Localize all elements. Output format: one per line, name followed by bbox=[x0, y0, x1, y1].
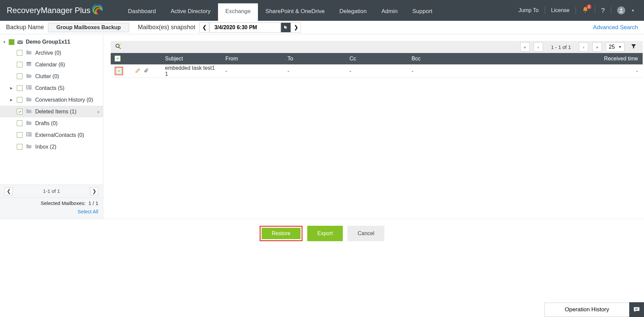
chevron-right-icon: ❯ bbox=[92, 188, 97, 194]
expand-icon[interactable]: ▶ bbox=[10, 98, 13, 102]
page-size-value: 25 bbox=[609, 44, 615, 50]
svg-point-7 bbox=[27, 86, 29, 88]
folder-checkbox[interactable] bbox=[17, 132, 22, 138]
svg-rect-5 bbox=[30, 62, 30, 63]
tab-dashboard[interactable]: Dashboard bbox=[120, 3, 163, 21]
folder-row[interactable]: Clutter (0) bbox=[0, 70, 103, 82]
folder-row[interactable]: ▶Contacts (5) bbox=[0, 82, 103, 94]
page-size-select[interactable]: 25▼ bbox=[606, 42, 625, 52]
row-checkbox[interactable] bbox=[116, 68, 122, 73]
tab-delegation[interactable]: Delegation bbox=[332, 3, 374, 21]
folder-checkbox[interactable] bbox=[17, 62, 22, 67]
folder-checkbox[interactable] bbox=[17, 120, 22, 126]
folder-row[interactable]: ExternalContacts (0) bbox=[0, 129, 103, 141]
snapshot-prev-button[interactable]: ❮ bbox=[199, 22, 209, 33]
filter-button[interactable] bbox=[629, 43, 639, 51]
collapse-icon[interactable]: ▼ bbox=[3, 40, 6, 44]
grid-range-label: 1 - 1 of 1 bbox=[547, 44, 575, 50]
svg-rect-1 bbox=[17, 41, 23, 44]
tree-root-checkbox[interactable] bbox=[9, 39, 14, 45]
action-bar: Restore Export Cancel bbox=[0, 219, 644, 248]
page-prev-button[interactable]: ‹ bbox=[534, 42, 543, 52]
page-last-button[interactable]: » bbox=[592, 42, 602, 52]
column-subject[interactable]: Subject bbox=[161, 56, 221, 62]
folder-label: Clutter (0) bbox=[35, 73, 59, 80]
contact-icon bbox=[26, 132, 32, 138]
folder-row[interactable]: Archive (0) bbox=[0, 47, 103, 59]
chat-icon bbox=[633, 306, 640, 313]
license-link[interactable]: License bbox=[551, 7, 570, 13]
tree-root-label: Demo Group1x11 bbox=[26, 39, 70, 45]
user-menu-caret-icon[interactable]: ▼ bbox=[631, 9, 635, 12]
user-avatar[interactable] bbox=[617, 6, 625, 14]
page-next-button[interactable]: › bbox=[579, 42, 588, 52]
grid-header: Subject From To Cc Bcc Received time bbox=[111, 53, 643, 64]
edit-icon[interactable] bbox=[135, 67, 141, 75]
tab-support[interactable]: Support bbox=[405, 3, 440, 21]
column-bcc[interactable]: Bcc bbox=[408, 56, 470, 62]
select-all-checkbox[interactable] bbox=[115, 56, 120, 61]
folder-checkbox[interactable] bbox=[17, 50, 22, 56]
tab-admin[interactable]: Admin bbox=[374, 3, 405, 21]
folder-row[interactable]: Deleted Items (1) bbox=[0, 106, 103, 117]
snapshot-next-button[interactable]: ❯ bbox=[291, 22, 301, 33]
snapshot-refresh-button[interactable] bbox=[281, 22, 291, 33]
search-button[interactable]: ⚡ bbox=[115, 43, 121, 51]
notifications-button[interactable]: 2 bbox=[582, 6, 589, 14]
cell-subject: embedded task test1 1 bbox=[161, 65, 221, 77]
folder-row[interactable]: Inbox (2) bbox=[0, 141, 103, 153]
contact-icon bbox=[26, 85, 32, 91]
mail-row[interactable]: embedded task test1 1----- bbox=[111, 64, 643, 78]
svg-rect-4 bbox=[28, 62, 28, 63]
folder-label: Calendar (6) bbox=[35, 62, 65, 68]
operation-history-button[interactable]: Operation History bbox=[544, 303, 629, 317]
folder-checkbox[interactable] bbox=[17, 85, 22, 91]
mailbox-prev-button[interactable]: ❮ bbox=[5, 187, 13, 195]
attachment-icon bbox=[144, 67, 149, 75]
restore-button[interactable]: Restore bbox=[262, 228, 301, 239]
folder-row[interactable]: Drafts (0) bbox=[0, 117, 103, 129]
double-chevron-right-icon: » bbox=[596, 45, 598, 50]
cell-bcc: - bbox=[408, 68, 470, 74]
filter-icon bbox=[631, 43, 637, 49]
logo-swoosh-icon bbox=[92, 5, 104, 16]
snapshot-date-field[interactable]: 3/4/2020 6:30 PM bbox=[209, 22, 281, 33]
help-link[interactable]: ? bbox=[601, 7, 605, 14]
jump-to-link[interactable]: Jump To bbox=[519, 7, 539, 13]
folder-row[interactable]: ▶Conversation History (0) bbox=[0, 94, 103, 106]
main-area: ▼ Demo Group1x11 Archive (0)Calendar (6)… bbox=[0, 34, 644, 219]
svg-point-11 bbox=[27, 133, 29, 135]
chevron-left-icon: ❮ bbox=[202, 24, 207, 31]
column-from[interactable]: From bbox=[221, 56, 283, 62]
chevron-right-icon: › bbox=[583, 45, 584, 50]
export-button[interactable]: Export bbox=[307, 226, 343, 241]
tab-exchange[interactable]: Exchange bbox=[218, 3, 258, 21]
page-first-button[interactable]: « bbox=[520, 42, 530, 52]
folder-checkbox[interactable] bbox=[17, 73, 22, 79]
folder-row[interactable]: Calendar (6) bbox=[0, 59, 103, 70]
backup-name-select[interactable]: Group Mailboxes Backup bbox=[48, 23, 129, 32]
column-received[interactable]: Received time bbox=[470, 56, 643, 62]
top-tabs: Dashboard Active Directory Exchange Shar… bbox=[120, 0, 518, 21]
mailbox-footer: Selected Mailboxes: 1 / 1 Select All bbox=[0, 197, 103, 219]
advanced-search-link[interactable]: Advanced Search bbox=[593, 24, 638, 31]
tree-root[interactable]: ▼ Demo Group1x11 bbox=[0, 37, 103, 47]
folder-icon bbox=[26, 97, 32, 103]
folder-checkbox[interactable] bbox=[17, 144, 22, 150]
mailbox-next-button[interactable]: ❯ bbox=[90, 187, 98, 195]
expand-icon[interactable]: ▶ bbox=[10, 86, 13, 90]
folder-label: ExternalContacts (0) bbox=[35, 132, 84, 138]
column-to[interactable]: To bbox=[283, 56, 345, 62]
folder-checkbox[interactable] bbox=[17, 97, 22, 103]
tab-active-directory[interactable]: Active Directory bbox=[163, 3, 218, 21]
folder-checkbox[interactable] bbox=[17, 109, 22, 114]
selected-mailboxes-label: Selected Mailboxes: bbox=[41, 200, 86, 206]
chat-button[interactable] bbox=[629, 302, 644, 317]
row-highlight bbox=[115, 67, 123, 75]
top-right: Jump To License 2 ? ▼ bbox=[519, 0, 644, 21]
cancel-button[interactable]: Cancel bbox=[347, 226, 384, 241]
tab-sharepoint-onedrive[interactable]: SharePoint & OneDrive bbox=[258, 3, 332, 21]
column-cc[interactable]: Cc bbox=[345, 56, 408, 62]
grid-toolbar: ⚡ « ‹ 1 - 1 of 1 › » 25▼ bbox=[111, 41, 643, 53]
select-all-link[interactable]: Select All bbox=[77, 209, 98, 214]
